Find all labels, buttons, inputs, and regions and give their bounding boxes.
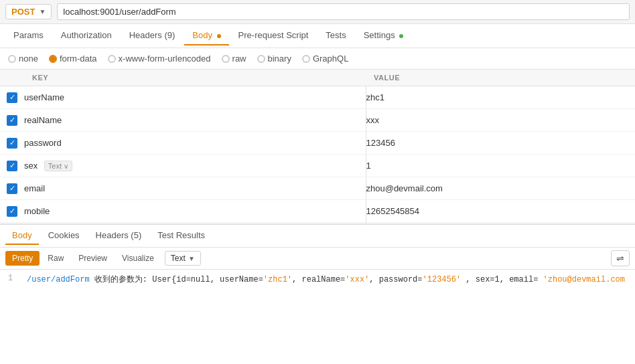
body-dot-icon bbox=[217, 34, 221, 38]
line-number: 1 bbox=[8, 274, 19, 285]
radio-none-icon bbox=[8, 55, 16, 63]
row-val-3[interactable]: 1 bbox=[366, 155, 635, 177]
method-arrow-icon: ▼ bbox=[39, 8, 46, 15]
text-type-badge[interactable]: Text ∨ bbox=[44, 161, 72, 171]
body-type-form-data[interactable]: form-data bbox=[49, 54, 97, 64]
row-key-0[interactable]: userName bbox=[24, 86, 366, 109]
radio-graphql-icon bbox=[302, 55, 310, 63]
text-select-arrow-icon: ▼ bbox=[188, 255, 195, 262]
method-selector[interactable]: POST ▼ bbox=[5, 4, 52, 19]
bottom-tab-cookies[interactable]: Cookies bbox=[42, 227, 86, 245]
tab-tests[interactable]: Tests bbox=[318, 26, 354, 46]
response-body: 1 /user/addForm 收到的参数为: User{id=null, us… bbox=[0, 270, 635, 289]
wrap-icon: ⇌ bbox=[616, 253, 624, 264]
row-key-5[interactable]: mobile bbox=[24, 200, 366, 223]
table-row: ✓ userName zhc1 bbox=[0, 86, 635, 109]
bottom-tab-test-results[interactable]: Test Results bbox=[151, 227, 212, 245]
tab-params[interactable]: Params bbox=[5, 26, 52, 46]
row-key-1[interactable]: realName bbox=[24, 109, 366, 132]
table-row: ✓ sex Text ∨ 1 bbox=[0, 155, 635, 177]
body-type-row: none form-data x-www-form-urlencoded raw… bbox=[0, 48, 635, 70]
text-badge-arrow-icon: ∨ bbox=[64, 163, 68, 170]
format-preview-btn[interactable]: Preview bbox=[72, 251, 114, 266]
row-val-5[interactable]: 12652545854 bbox=[366, 200, 635, 223]
radio-binary-icon bbox=[257, 55, 265, 63]
row-checkbox-0[interactable]: ✓ bbox=[0, 86, 24, 109]
row-key-3[interactable]: sex Text ∨ bbox=[24, 155, 366, 177]
row-checkbox-1[interactable]: ✓ bbox=[0, 109, 24, 132]
table-row: ✓ realName xxx bbox=[0, 109, 635, 132]
url-input[interactable] bbox=[57, 3, 630, 20]
format-visualize-btn[interactable]: Visualize bbox=[115, 251, 161, 266]
table-row: ✓ mobile 12652545854 bbox=[0, 200, 635, 223]
checkbox-checked-1[interactable]: ✓ bbox=[7, 115, 17, 126]
format-pretty-btn[interactable]: Pretty bbox=[5, 251, 40, 266]
bottom-tab-headers[interactable]: Headers (5) bbox=[89, 227, 149, 245]
nav-tabs: Params Authorization Headers (9) Body Pr… bbox=[0, 24, 635, 48]
checkbox-checked-3[interactable]: ✓ bbox=[7, 161, 17, 171]
method-label: POST bbox=[11, 7, 35, 17]
row-checkbox-2[interactable]: ✓ bbox=[0, 132, 24, 155]
body-type-binary[interactable]: binary bbox=[257, 54, 291, 64]
top-bar: POST ▼ bbox=[0, 0, 635, 24]
checkbox-checked-0[interactable]: ✓ bbox=[7, 92, 17, 103]
row-val-4[interactable]: zhou@devmail.com bbox=[366, 177, 635, 200]
format-raw-btn[interactable]: Raw bbox=[41, 251, 70, 266]
body-type-none[interactable]: none bbox=[8, 54, 38, 64]
tab-pre-request-script[interactable]: Pre-request Script bbox=[230, 26, 317, 46]
table-row: ✓ email zhou@devmail.com bbox=[0, 177, 635, 200]
row-val-1[interactable]: xxx bbox=[366, 109, 635, 132]
row-key-2[interactable]: password bbox=[24, 132, 366, 155]
row-val-2[interactable]: 123456 bbox=[366, 132, 635, 155]
key-header: KEY bbox=[24, 70, 366, 86]
tab-authorization[interactable]: Authorization bbox=[53, 26, 120, 46]
checkbox-checked-4[interactable]: ✓ bbox=[7, 183, 17, 194]
checkbox-checked-2[interactable]: ✓ bbox=[7, 138, 17, 149]
radio-raw-icon bbox=[222, 55, 230, 63]
bottom-tabs: Body Cookies Headers (5) Test Results bbox=[0, 225, 635, 248]
bottom-tab-body[interactable]: Body bbox=[5, 227, 39, 245]
form-data-table: KEY VALUE ✓ userName zhc1 ✓ realName xxx bbox=[0, 70, 635, 223]
table-header-row: KEY VALUE bbox=[0, 70, 635, 86]
body-type-raw[interactable]: raw bbox=[222, 54, 246, 64]
bottom-section: Body Cookies Headers (5) Test Results Pr… bbox=[0, 223, 635, 289]
checkbox-checked-5[interactable]: ✓ bbox=[7, 206, 17, 217]
row-checkbox-5[interactable]: ✓ bbox=[0, 200, 24, 223]
val-header: VALUE bbox=[366, 70, 635, 86]
table-row: ✓ password 123456 bbox=[0, 132, 635, 155]
row-key-4[interactable]: email bbox=[24, 177, 366, 200]
format-row: Pretty Raw Preview Visualize Text ▼ ⇌ bbox=[0, 248, 635, 270]
form-data-table-container: KEY VALUE ✓ userName zhc1 ✓ realName xxx bbox=[0, 70, 635, 223]
row-checkbox-3[interactable]: ✓ bbox=[0, 155, 24, 177]
body-type-urlencoded[interactable]: x-www-form-urlencoded bbox=[108, 54, 211, 64]
tab-settings[interactable]: Settings bbox=[356, 26, 412, 46]
body-type-graphql[interactable]: GraphQL bbox=[302, 54, 348, 64]
row-checkbox-4[interactable]: ✓ bbox=[0, 177, 24, 200]
tab-headers[interactable]: Headers (9) bbox=[121, 26, 184, 46]
radio-form-data-icon bbox=[49, 55, 57, 63]
response-text: /user/addForm 收到的参数为: User{id=null, user… bbox=[27, 274, 627, 285]
text-format-select[interactable]: Text ▼ bbox=[165, 251, 201, 266]
row-val-0[interactable]: zhc1 bbox=[366, 86, 635, 109]
settings-dot-icon bbox=[399, 34, 403, 38]
radio-urlencoded-icon bbox=[108, 55, 116, 63]
check-header bbox=[0, 70, 24, 86]
tab-body[interactable]: Body bbox=[184, 26, 228, 46]
wrap-toggle-btn[interactable]: ⇌ bbox=[611, 250, 630, 266]
